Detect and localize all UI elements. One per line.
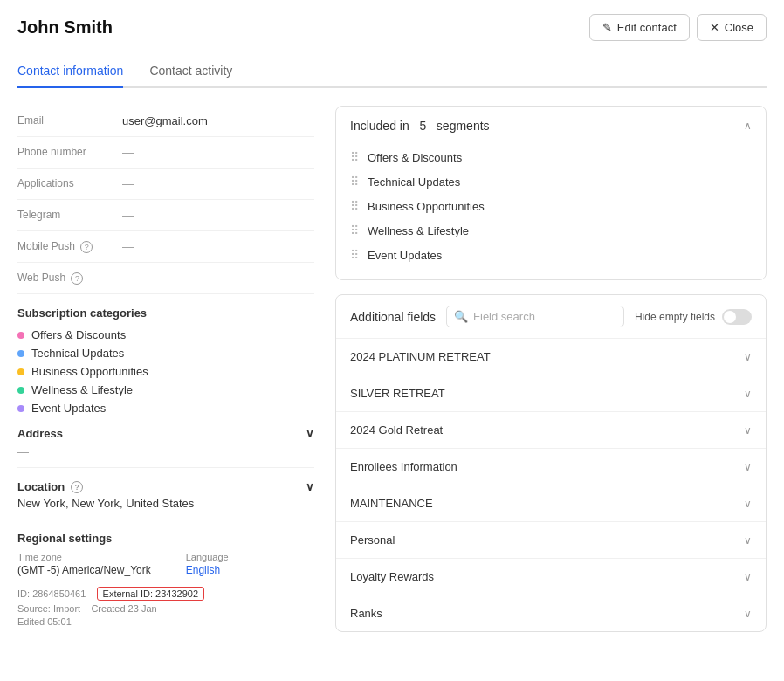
chevron-down-icon <box>744 424 752 437</box>
accordion-header-personal[interactable]: Personal <box>336 522 766 558</box>
dot-icon <box>17 332 24 339</box>
list-item: ⠿ Technical Updates <box>350 169 752 194</box>
hide-empty-label: Hide empty fields <box>635 311 715 323</box>
segment-icon: ⠿ <box>350 175 359 189</box>
address-section: Address ∨ — <box>17 427 314 468</box>
accordion-item: Ranks <box>336 595 766 631</box>
close-button[interactable]: ✕ Close <box>697 14 767 41</box>
toggle-knob <box>724 311 736 323</box>
regional-section: Regional settings Time zone (GMT -5) Ame… <box>17 532 314 576</box>
address-header[interactable]: Address ∨ <box>17 427 314 440</box>
list-item: Business Opportunities <box>17 365 314 378</box>
id-label: ID: <box>17 588 30 599</box>
timezone-label: Time zone <box>17 552 151 562</box>
segments-list: ⠿ Offers & Discounts ⠿ Technical Updates… <box>336 145 766 279</box>
dot-icon <box>17 368 24 375</box>
mobile-push-row: Mobile Push ? — <box>17 231 314 263</box>
applications-row: Applications — <box>17 169 314 200</box>
language-label: Language <box>186 552 229 562</box>
segment-icon: ⠿ <box>350 224 359 237</box>
hide-empty-fields-row: Hide empty fields <box>635 309 752 325</box>
tab-bar: Contact information Contact activity <box>17 55 767 88</box>
accordion-header-ranks[interactable]: Ranks <box>336 595 766 631</box>
tab-contact-activity[interactable]: Contact activity <box>149 55 232 88</box>
source-label: Source: <box>17 603 51 614</box>
location-value: New York, New York, United States <box>17 497 314 510</box>
list-item: Event Updates <box>17 402 314 415</box>
segment-icon: ⠿ <box>350 150 359 164</box>
accordion-header-loyalty[interactable]: Loyalty Rewards <box>336 559 766 595</box>
field-search-input[interactable] <box>473 310 616 323</box>
list-item: ⠿ Event Updates <box>350 243 752 267</box>
location-header[interactable]: Location ? ∨ <box>17 480 314 493</box>
list-item: Technical Updates <box>17 347 314 360</box>
id-value: 2864850461 <box>32 588 86 599</box>
accordion-header-silver[interactable]: SILVER RETREAT <box>336 375 766 411</box>
field-search-box[interactable]: 🔍 <box>446 306 624 327</box>
additional-fields-header: Additional fields 🔍 Hide empty fields <box>336 295 766 339</box>
language-value[interactable]: English <box>186 564 229 576</box>
chevron-down-icon <box>744 571 752 583</box>
segments-title: Included in 5 segments <box>350 119 490 133</box>
applications-value: — <box>122 177 134 190</box>
segments-header: Included in 5 segments ∧ <box>336 107 766 145</box>
accordion-header-maintenance[interactable]: MAINTENANCE <box>336 485 766 521</box>
accordion-header-gold[interactable]: 2024 Gold Retreat <box>336 412 766 448</box>
subscription-section: Subscription categories Offers & Discoun… <box>17 306 314 415</box>
email-value: user@gmail.com <box>122 114 208 127</box>
chevron-down-icon <box>744 461 752 473</box>
address-title: Address <box>17 427 63 440</box>
segments-card: Included in 5 segments ∧ ⠿ Offers & Disc… <box>335 106 767 280</box>
accordion-header-enrollees[interactable]: Enrollees Information <box>336 449 766 485</box>
mobile-push-help-icon[interactable]: ? <box>80 241 93 253</box>
page-title: John Smith <box>17 17 113 38</box>
segments-chevron-icon[interactable]: ∧ <box>744 120 752 132</box>
contact-fields: Email user@gmail.com Phone number — Appl… <box>17 106 314 294</box>
hide-empty-toggle[interactable] <box>722 309 752 325</box>
additional-fields-title: Additional fields <box>350 310 436 324</box>
location-section: Location ? ∨ New York, New York, United … <box>17 480 314 519</box>
web-push-help-icon[interactable]: ? <box>71 272 83 285</box>
web-push-value: — <box>122 272 134 285</box>
accordion-item: 2024 Gold Retreat <box>336 412 766 449</box>
list-item: ⠿ Business Opportunities <box>350 194 752 218</box>
accordion-list: 2024 PLATINUM RETREAT SILVER RETREAT 202… <box>336 339 766 631</box>
phone-value: — <box>122 146 134 159</box>
edit-contact-button[interactable]: ✎ Edit contact <box>589 14 690 41</box>
accordion-item: 2024 PLATINUM RETREAT <box>336 339 766 375</box>
address-value: — <box>17 445 314 458</box>
regional-title: Regional settings <box>17 532 314 545</box>
chevron-down-icon <box>744 534 752 547</box>
telegram-value: — <box>122 209 134 222</box>
language-item: Language English <box>186 552 229 576</box>
chevron-down-icon <box>744 608 752 620</box>
dot-icon <box>17 350 24 357</box>
dot-icon <box>17 387 24 394</box>
location-help-icon[interactable]: ? <box>71 481 83 493</box>
telegram-row: Telegram — <box>17 200 314 231</box>
subscription-list: Offers & Discounts Technical Updates Bus… <box>17 328 314 415</box>
accordion-header-platinum[interactable]: 2024 PLATINUM RETREAT <box>336 339 766 375</box>
chevron-down-icon <box>744 498 752 510</box>
accordion-item: Loyalty Rewards <box>336 559 766 595</box>
created-label: Created 23 Jan <box>91 603 156 614</box>
edit-icon: ✎ <box>602 21 612 34</box>
list-item: Wellness & Lifestyle <box>17 383 314 396</box>
chevron-down-icon <box>744 351 752 363</box>
search-icon: 🔍 <box>454 310 468 323</box>
email-row: Email user@gmail.com <box>17 106 314 137</box>
list-item: ⠿ Offers & Discounts <box>350 145 752 169</box>
segment-icon: ⠿ <box>350 248 359 262</box>
segment-icon: ⠿ <box>350 199 359 213</box>
accordion-item: Enrollees Information <box>336 449 766 485</box>
web-push-row: Web Push ? — <box>17 263 314 294</box>
list-item: ⠿ Wellness & Lifestyle <box>350 218 752 243</box>
accordion-item: Personal <box>336 522 766 559</box>
tab-contact-information[interactable]: Contact information <box>17 55 123 88</box>
accordion-item: SILVER RETREAT <box>336 375 766 412</box>
close-icon: ✕ <box>710 21 719 34</box>
id-info: ID: 2864850461 External ID: 23432902 Sou… <box>17 587 314 627</box>
chevron-down-icon <box>744 388 752 400</box>
location-chevron-icon: ∨ <box>306 480 314 493</box>
address-chevron-icon: ∨ <box>306 427 314 440</box>
